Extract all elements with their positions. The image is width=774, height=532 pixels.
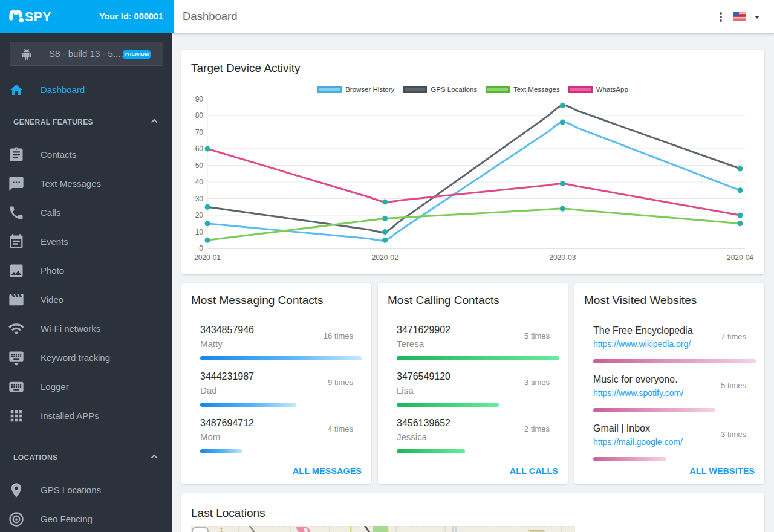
svg-text:80: 80 — [195, 111, 204, 120]
svg-text:2020-03: 2020-03 — [549, 253, 576, 262]
svg-text:90: 90 — [195, 95, 204, 103]
svg-text:10: 10 — [195, 228, 204, 236]
svg-text:40: 40 — [195, 178, 204, 186]
svg-text:0: 0 — [199, 244, 203, 253]
svg-text:2020-02: 2020-02 — [372, 253, 398, 262]
svg-text:20: 20 — [195, 211, 204, 219]
svg-text:2020-04: 2020-04 — [727, 253, 753, 262]
svg-text:30: 30 — [195, 195, 204, 203]
svg-text:50: 50 — [195, 161, 204, 170]
svg-text:70: 70 — [195, 128, 204, 137]
svg-text:60: 60 — [195, 144, 204, 153]
svg-text:2020-01: 2020-01 — [194, 253, 221, 262]
